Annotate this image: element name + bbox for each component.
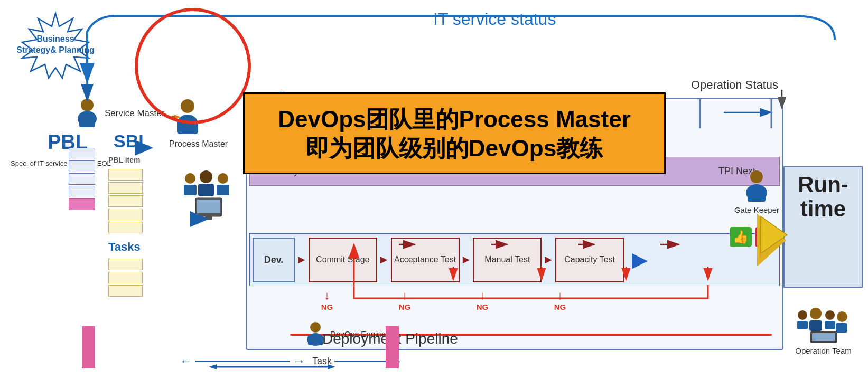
arrow-commit-acceptance: ► <box>377 253 391 267</box>
pipeline-row: Dev. ► Commit Stage ► Acceptance Test ► … <box>249 233 780 286</box>
process-master-label: Process Master <box>169 139 228 149</box>
ng-label-0: NG <box>321 302 333 311</box>
svg-rect-41 <box>184 185 197 195</box>
service-master-section: Service Master <box>74 98 164 129</box>
acceptance-test-box: Acceptance Test <box>391 238 460 282</box>
svg-point-35 <box>181 99 194 113</box>
ng-row: ↓ NG ↓ NG ↓ NG ↓ NG <box>249 289 780 311</box>
runtime-box: Run- time <box>783 166 863 288</box>
svg-rect-54 <box>748 190 766 202</box>
business-strategy-text: Business Strategy& Planning <box>16 34 95 56</box>
pbl-spec-text: Spec. of IT service + Cost + EOL <box>11 158 111 169</box>
task-arrow-section: ← → Task → <box>180 354 403 368</box>
pbl-stack <box>69 148 95 211</box>
ng-commit: ↓ NG <box>293 289 361 311</box>
pbl-item-label: PBL item <box>108 156 140 164</box>
service-master-label: Service Master <box>105 108 164 119</box>
dev-label: Dev. <box>264 254 284 266</box>
runtime-label: Run- time <box>785 173 862 221</box>
team-group-icon <box>180 169 238 222</box>
tasks-stack <box>108 259 143 298</box>
pipeline-to-runtime-arrow: ► <box>627 244 653 275</box>
ng-capacity: ↓ NG <box>526 289 594 311</box>
tasks-label: Tasks <box>108 240 141 254</box>
sbl-label: SBL <box>114 131 150 151</box>
overlay-text: DevOps团队里的Process Master 即为团队级别的DevOps教练 <box>278 105 631 163</box>
svg-rect-51 <box>308 337 323 345</box>
operation-team-label: Operation Team <box>785 346 862 355</box>
svg-rect-56 <box>797 321 808 329</box>
thumb-up-icon: 👍 <box>730 227 752 247</box>
commit-stage-box: Commit Stage <box>309 238 377 282</box>
commit-stage-label: Commit Stage <box>316 254 369 266</box>
starburst-shape: Business Strategy& Planning <box>16 11 95 79</box>
task-label: Task <box>312 356 332 367</box>
team-icons <box>180 169 238 224</box>
svg-rect-43 <box>198 184 214 196</box>
business-strategy-section: Business Strategy& Planning <box>16 11 100 74</box>
capacity-test-label: Capacity Test <box>564 254 615 266</box>
manual-test-box: Manual Test <box>473 238 542 282</box>
gate-keeper-section: Gate Keeper <box>734 169 779 214</box>
it-service-status-label: IT service status <box>433 10 556 29</box>
dev-box: Dev. <box>253 238 295 282</box>
sbl-stack <box>108 169 143 235</box>
svg-rect-45 <box>217 185 229 195</box>
svg-point-49 <box>310 322 321 333</box>
svg-point-42 <box>200 170 212 183</box>
svg-rect-39 <box>172 116 175 119</box>
svg-point-59 <box>825 310 835 320</box>
svg-rect-60 <box>825 321 835 329</box>
svg-point-61 <box>837 311 847 322</box>
svg-rect-62 <box>836 323 847 333</box>
orange-overlay-box: DevOps团队里的Process Master 即为团队级别的DevOps教练 <box>243 92 666 174</box>
arrow-manual-capacity: ► <box>542 253 555 267</box>
ng-label-1: NG <box>399 302 411 311</box>
overlay-line1: DevOps团队里的Process Master <box>278 105 631 134</box>
process-master-section: Process Master <box>169 98 228 149</box>
svg-rect-34 <box>79 117 95 127</box>
operation-team-icon <box>792 307 855 344</box>
svg-point-57 <box>810 308 822 319</box>
ng-label-3: NG <box>554 302 566 311</box>
manual-test-label: Manual Test <box>484 254 530 266</box>
arrow-acceptance-manual: ► <box>460 253 473 267</box>
svg-rect-64 <box>812 333 835 341</box>
process-master-icon <box>169 98 203 137</box>
ng-label-2: NG <box>477 302 489 311</box>
gate-keeper-icon <box>742 169 771 203</box>
svg-rect-47 <box>197 200 220 213</box>
overlay-line2: 即为团队级别的DevOps教练 <box>278 134 631 163</box>
yellow-right-arrow <box>757 214 786 267</box>
ng-acceptance: ↓ NG <box>370 289 439 311</box>
operation-status-label: Operation Status <box>691 78 778 92</box>
gate-keeper-label: Gate Keeper <box>734 205 779 214</box>
svg-point-32 <box>81 99 94 111</box>
svg-point-40 <box>185 173 195 184</box>
svg-point-44 <box>218 173 228 184</box>
acceptance-test-label: Acceptance Test <box>394 254 456 266</box>
svg-point-55 <box>798 310 807 320</box>
operation-team-section: Operation Team <box>785 307 862 355</box>
pink-indicator-center <box>386 326 399 368</box>
svg-rect-37 <box>177 121 198 134</box>
arrow-dev-commit: ► <box>295 253 309 267</box>
capacity-test-box: Capacity Test <box>555 238 624 282</box>
service-master-icon <box>74 98 100 129</box>
svg-rect-48 <box>205 216 212 220</box>
svg-point-52 <box>750 170 763 183</box>
ng-manual: ↓ NG <box>448 289 517 311</box>
svg-rect-58 <box>809 320 822 331</box>
pink-indicator-left <box>82 326 95 368</box>
